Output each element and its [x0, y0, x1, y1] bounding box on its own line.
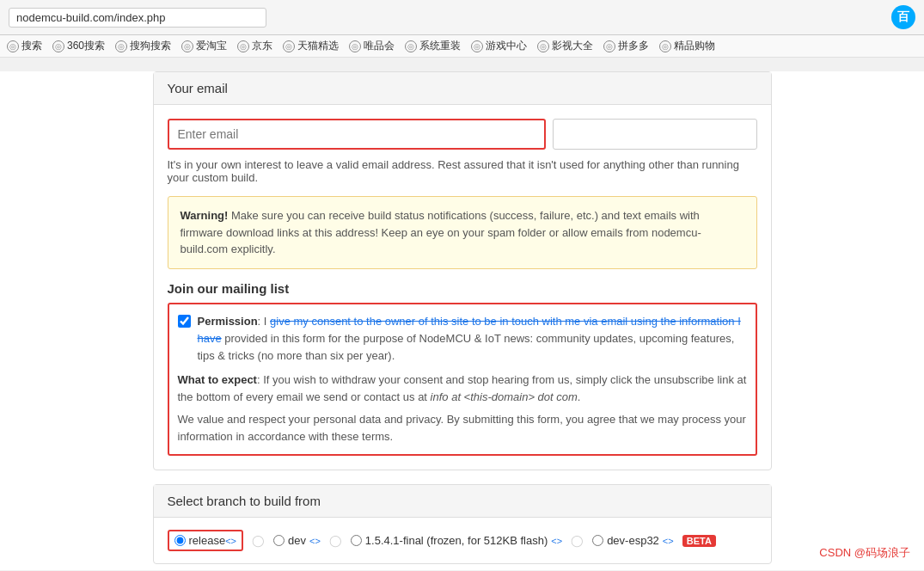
globe-icon-1: ◎	[52, 40, 64, 52]
globe-icon-11: ◎	[659, 40, 671, 52]
email-input[interactable]	[168, 119, 546, 150]
globe-icon-6: ◎	[349, 40, 361, 52]
bookmark-aitaobao[interactable]: ◎ 爱淘宝	[181, 39, 227, 53]
bookmark-system[interactable]: ◎ 系统重装	[405, 39, 461, 53]
branch-link-icon-release[interactable]: <>	[225, 536, 236, 546]
bookmark-tianmao[interactable]: ◎ 天猫精选	[283, 39, 339, 53]
page-content: Your email It's in your own interest to …	[0, 71, 924, 570]
branch-section: Select branch to build from release <> ◯…	[153, 484, 772, 564]
watermark: CSDN @码场浪子	[814, 543, 915, 562]
branch-option-final: 1.5.4.1-final (frozen, for 512KB flash) …	[351, 534, 562, 547]
bookmark-jd[interactable]: ◎ 京东	[237, 39, 272, 53]
email-hint: It's in your own interest to leave a val…	[168, 158, 757, 184]
branch-separator-2: ◯	[329, 534, 342, 547]
mailing-title: Join our mailing list	[168, 281, 757, 296]
branch-separator-3: ◯	[571, 534, 584, 547]
permission-text-2: provided in this form for the purpose of…	[198, 332, 735, 362]
branch-options: release <> ◯ dev <> ◯ 1.5.4.1-final (fro…	[168, 530, 757, 551]
warning-text: Make sure you can receive build status n…	[181, 209, 701, 255]
permission-row: Permission: I give my consent to the own…	[168, 303, 757, 457]
permission-text: Permission: I give my consent to the own…	[198, 313, 747, 365]
beta-badge: BETA	[682, 535, 716, 547]
bookmark-sogou[interactable]: ◎ 搜狗搜索	[115, 39, 171, 53]
globe-icon-4: ◎	[237, 40, 249, 52]
bookmarks-bar: ◎ 搜索 ◎ 360搜索 ◎ 搜狗搜索 ◎ 爱淘宝 ◎ 京东 ◎ 天猫精选 ◎ …	[0, 35, 924, 58]
globe-icon-5: ◎	[283, 40, 295, 52]
branch-option-dev: dev <>	[273, 534, 321, 547]
what-to-expect-label: What to expect	[178, 373, 257, 386]
branch-link-icon-dev[interactable]: <>	[309, 536, 321, 546]
branch-radio-release[interactable]	[174, 535, 186, 546]
what-to-expect: What to expect: If you wish to withdraw …	[178, 371, 747, 406]
bookmark-pdd[interactable]: ◎ 拼多多	[603, 39, 649, 53]
globe-icon-3: ◎	[181, 40, 193, 52]
bookmark-search[interactable]: ◎ 搜索	[7, 39, 42, 53]
browser-chrome: nodemcu-build.com/index.php 百	[0, 0, 924, 35]
branch-separator-1: ◯	[252, 534, 265, 547]
branch-radio-final[interactable]	[351, 535, 362, 546]
url-bar[interactable]: nodemcu-build.com/index.php	[9, 8, 266, 28]
globe-icon-7: ◎	[405, 40, 417, 52]
warning-box: Warning! Make sure you can receive build…	[168, 196, 757, 269]
branch-label-dev[interactable]: dev	[288, 534, 306, 547]
globe-icon-9: ◎	[537, 40, 549, 52]
browser-icon: 百	[891, 5, 915, 29]
branch-section-title: Select branch to build from	[154, 485, 771, 518]
release-option-wrap: release <>	[168, 530, 244, 551]
permission-text-1: : I	[258, 315, 270, 328]
bookmark-360[interactable]: ◎ 360搜索	[52, 39, 105, 53]
globe-icon-8: ◎	[471, 40, 483, 52]
email-input-row	[168, 119, 757, 150]
what-to-expect-email: info at <this-domain> dot com	[431, 390, 578, 403]
we-value: We value and respect your personal data …	[178, 411, 747, 445]
branch-radio-dev[interactable]	[273, 535, 285, 546]
bookmark-boutique[interactable]: ◎ 精品购物	[659, 39, 715, 53]
branch-option-esp32: dev-esp32 <>	[592, 534, 674, 547]
bookmark-game[interactable]: ◎ 游戏中心	[471, 39, 527, 53]
branch-option-release: release	[174, 534, 226, 547]
branch-link-icon-esp32[interactable]: <>	[663, 536, 674, 546]
bookmark-video[interactable]: ◎ 影视大全	[537, 39, 593, 53]
branch-section-body: release <> ◯ dev <> ◯ 1.5.4.1-final (fro…	[154, 518, 771, 563]
branch-label-esp32[interactable]: dev-esp32	[607, 534, 659, 547]
email-input-extra[interactable]	[553, 119, 757, 150]
email-section: Your email It's in your own interest to …	[153, 71, 772, 470]
permission-checkbox[interactable]	[178, 315, 191, 328]
globe-icon-0: ◎	[7, 40, 19, 52]
warning-bold: Warning!	[181, 209, 229, 222]
bookmark-vip[interactable]: ◎ 唯品会	[349, 39, 395, 53]
permission-bold-label: Permission	[198, 315, 258, 328]
what-to-expect-end: .	[578, 390, 581, 403]
globe-icon-2: ◎	[115, 40, 127, 52]
permission-label-wrap: Permission: I give my consent to the own…	[178, 313, 747, 365]
branch-label-final[interactable]: 1.5.4.1-final (frozen, for 512KB flash)	[365, 534, 548, 547]
branch-radio-esp32[interactable]	[592, 535, 603, 546]
branch-link-icon-final[interactable]: <>	[551, 536, 562, 546]
globe-icon-10: ◎	[603, 40, 615, 52]
email-section-title: Your email	[154, 72, 771, 105]
email-section-body: It's in your own interest to leave a val…	[154, 105, 771, 470]
branch-label-release[interactable]: release	[189, 534, 226, 547]
